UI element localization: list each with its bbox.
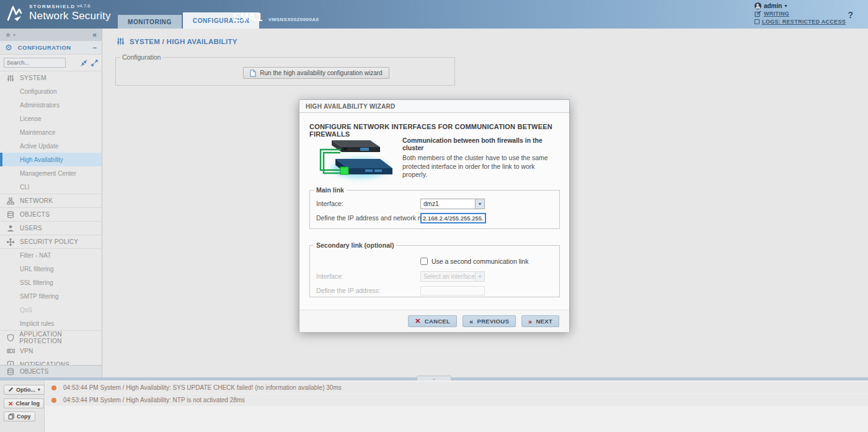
sidebar-item-label: CLI	[20, 184, 30, 191]
sidebar-item-label: Active Update	[20, 143, 58, 150]
sidebar-section-application-protection[interactable]: APPLICATION PROTECTION	[0, 330, 102, 344]
sidebar-section-vpn[interactable]: VPN	[0, 344, 102, 358]
wizard-description: Both members of the cluster have to use …	[402, 154, 561, 179]
secondary-ip-input	[420, 286, 485, 295]
sidebar-section-security-policy[interactable]: SECURITY POLICY	[0, 235, 102, 248]
ip-label: Define the IP address and network mask:	[316, 214, 435, 222]
log-panel: Optio... ▾ ✕ Clear log Copy 04:53:44 PM …	[0, 380, 868, 432]
interface-select[interactable]: dmz1 ▼	[420, 199, 485, 209]
favorites-caret-icon[interactable]: ▾	[13, 32, 16, 38]
warning-dot-icon	[51, 398, 56, 403]
writing-mode-link[interactable]: WRITING	[755, 10, 846, 17]
sidebar-item-high-availability[interactable]: High Availability	[0, 153, 102, 166]
header-user-area: admin ▾ WRITING LOGS: RESTRICTED ACCESS	[755, 2, 846, 25]
sidebar-item-label: SMTP filtering	[20, 293, 59, 300]
interface-label: Interface:	[316, 200, 343, 207]
main-link-legend: Main link	[314, 186, 347, 194]
gear-icon: ⚙	[5, 43, 12, 52]
logs-access-link[interactable]: LOGS: RESTRICTED ACCESS	[755, 18, 846, 25]
user-name: admin	[764, 2, 782, 9]
collapse-all-icon[interactable]	[81, 60, 87, 66]
run-wizard-label: Run the high availability configuration …	[260, 70, 382, 76]
copy-icon	[8, 413, 14, 420]
sidebar-search-row	[0, 55, 102, 71]
log-entries: 04:53:44 PM System / High Availability: …	[45, 380, 868, 407]
page-title: SYSTEM / HIGH AVAILABILITY	[130, 38, 237, 45]
sidebar-item-filter-nat[interactable]: Filter - NAT	[0, 248, 102, 262]
shield-icon	[6, 334, 14, 341]
breadcrumb: SYSTEM / HIGH AVAILABILITY	[117, 37, 237, 45]
sidebar-docked-objects[interactable]: OBJECTS	[0, 365, 102, 377]
device-serial: VMSNSX00Z0000A0	[268, 17, 319, 22]
copy-log-button[interactable]: Copy	[4, 412, 35, 421]
x-icon: ✕	[8, 400, 13, 407]
collapse-section-icon[interactable]: −	[92, 43, 97, 52]
sidebar-item-implicit-rules[interactable]: Implicit rules	[0, 317, 102, 330]
sidebar-configuration-header[interactable]: ⚙ CONFIGURATION −	[0, 41, 102, 55]
sidebar-section-label: USERS	[20, 225, 42, 232]
sidebar-section-label: VPN	[20, 348, 33, 354]
sidebar-item-label: Configuration	[20, 88, 56, 95]
sidebar-item-label: Filter - NAT	[20, 252, 51, 259]
sidebar-section-network[interactable]: NETWORK	[0, 194, 102, 207]
run-wizard-button[interactable]: Run the high availability configuration …	[243, 67, 389, 79]
next-button[interactable]: » NEXT	[521, 315, 559, 327]
sidebar-item-cli[interactable]: CLI	[0, 180, 102, 194]
user-menu[interactable]: admin ▾	[755, 2, 846, 9]
log-toolbar: Optio... ▾ ✕ Clear log Copy	[0, 380, 45, 432]
sliders-icon	[117, 37, 125, 45]
sidebar-section-users[interactable]: USERS	[0, 221, 102, 235]
cancel-label: CANCEL	[425, 318, 450, 325]
favorites-star-icon[interactable]: ★	[5, 31, 11, 39]
secondary-interface-row: Interface: Select an interface ▼	[316, 272, 554, 280]
network-icon	[6, 197, 15, 205]
secondary-link-legend: Secondary link (optional)	[314, 241, 396, 249]
sidebar-item-maintenance[interactable]: Maintenance	[0, 125, 102, 139]
expand-all-icon[interactable]	[91, 60, 98, 66]
sidebar-item-smtp-filtering[interactable]: SMTP filtering	[0, 289, 102, 303]
vpn-icon	[6, 348, 15, 354]
sidebar-item-administrators[interactable]: Administrators	[0, 98, 102, 112]
sidebar-item-configuration[interactable]: Configuration	[0, 84, 102, 98]
sidebar-item-active-update[interactable]: Active Update	[0, 139, 102, 153]
main-link-fieldset: Main link Interface: dmz1 ▼ Define the I…	[309, 186, 560, 229]
sidebar-section-objects[interactable]: OBJECTS	[0, 207, 102, 221]
previous-button[interactable]: « PREVIOUS	[463, 315, 516, 327]
dialog-title: HIGH AVAILABILITY WIZARD	[299, 100, 569, 113]
secondary-interface-placeholder: Select an interface	[421, 273, 475, 280]
sidebar-collapse-icon[interactable]: «	[92, 30, 97, 39]
sidebar-item-url-filtering[interactable]: URL filtering	[0, 262, 102, 276]
sidebar-item-management-center[interactable]: Management Center	[0, 166, 102, 180]
cancel-button[interactable]: ✕ CANCEL	[408, 315, 457, 327]
second-link-checkbox[interactable]	[420, 258, 428, 265]
logs-access-label: LOGS: RESTRICTED ACCESS	[762, 19, 846, 25]
sidebar-item-license[interactable]: License	[0, 112, 102, 125]
log-options-button[interactable]: Optio... ▾	[4, 385, 45, 395]
ip-address-input[interactable]	[420, 213, 486, 223]
log-entry[interactable]: 04:53:44 PM System / High Availability: …	[45, 382, 868, 394]
sidebar-item-qos[interactable]: QoS	[0, 303, 102, 317]
pencil-box-icon	[755, 11, 761, 17]
top-header: STORMSHIELD Network Security v4.7.6 MONI…	[0, 0, 868, 29]
wizard-subheading: Communication between both firewalls in …	[402, 137, 561, 151]
clear-log-label: Clear log	[16, 400, 40, 407]
sidebar-section-system[interactable]: SYSTEM	[0, 71, 102, 84]
chevron-down-icon[interactable]: ▼	[475, 199, 484, 209]
sidebar-section-label: SECURITY POLICY	[20, 238, 78, 245]
log-options-label: Optio...	[16, 387, 35, 393]
ha-wizard-dialog: HIGH AVAILABILITY WIZARD CONFIGURE NETWO…	[299, 99, 570, 331]
app-window: STORMSHIELD Network Security v4.7.6 MONI…	[0, 0, 868, 432]
clear-log-button[interactable]: ✕ Clear log	[4, 398, 44, 408]
tab-monitoring[interactable]: MONITORING	[118, 15, 182, 29]
configuration-legend: Configuration	[120, 53, 163, 61]
copy-log-label: Copy	[17, 413, 31, 420]
log-entry[interactable]: 04:53:44 PM System / High Availability: …	[45, 394, 868, 406]
sidebar-item-ssl-filtering[interactable]: SSL filtering	[0, 276, 102, 289]
second-link-checkbox-row: Use a second communication link	[420, 258, 528, 265]
sidebar-item-label: URL filtering	[20, 266, 54, 272]
sidebar-menu: SYSTEM Configuration Administrators Lice…	[0, 71, 102, 377]
version-label: v4.7.6	[77, 3, 91, 9]
search-input[interactable]	[4, 58, 66, 68]
help-icon[interactable]: ?	[848, 10, 853, 20]
brand-bottom-text: Network Security	[29, 10, 111, 22]
